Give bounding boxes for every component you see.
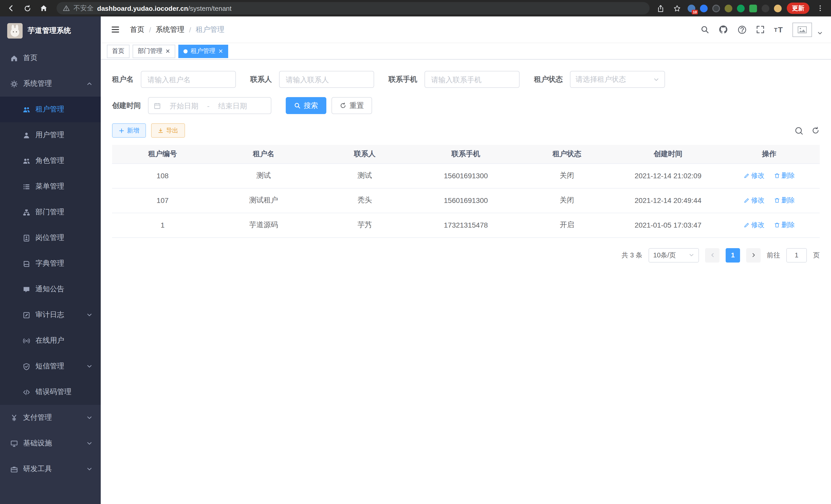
extension-icon[interactable] bbox=[762, 4, 769, 12]
extension-icon[interactable]: 10 bbox=[688, 4, 695, 12]
monitor-icon bbox=[10, 440, 18, 447]
signal-icon bbox=[23, 337, 30, 345]
delete-button[interactable]: 删除 bbox=[774, 171, 795, 180]
button-label: 导出 bbox=[166, 126, 178, 135]
refresh-icon[interactable] bbox=[811, 126, 820, 135]
browser-update-button[interactable]: 更新 bbox=[787, 3, 809, 14]
page-size-select[interactable]: 10条/页 bbox=[649, 248, 699, 262]
delete-button[interactable]: 删除 bbox=[774, 196, 795, 205]
page-content: 租户名 联系人 联系手机 租户状态 请选择租户状态 bbox=[101, 60, 831, 504]
contact-input[interactable] bbox=[279, 71, 374, 88]
phone-input[interactable] bbox=[425, 71, 520, 88]
help-icon[interactable] bbox=[738, 25, 747, 34]
fullscreen-icon[interactable] bbox=[756, 25, 765, 34]
extension-icon[interactable] bbox=[737, 4, 745, 12]
browser-back-icon[interactable] bbox=[5, 3, 17, 14]
action-label: 删除 bbox=[781, 220, 795, 230]
end-date-input[interactable] bbox=[211, 101, 254, 110]
date-range-picker[interactable]: - bbox=[148, 97, 271, 114]
sidebar-item-dept[interactable]: 部门管理 bbox=[0, 199, 101, 225]
extension-icon[interactable] bbox=[712, 4, 720, 12]
edit-button[interactable]: 修改 bbox=[743, 171, 765, 180]
goto-page-input[interactable] bbox=[786, 248, 807, 262]
action-label: 删除 bbox=[781, 196, 795, 205]
sidebar-item-label: 角色管理 bbox=[35, 156, 64, 166]
tag-tabbar: 首页 部门管理 租户管理 bbox=[101, 43, 831, 60]
search-icon[interactable] bbox=[700, 25, 709, 34]
sidebar-item-dict[interactable]: 字典管理 bbox=[0, 251, 101, 276]
button-label: 搜索 bbox=[304, 101, 318, 110]
cell-contact: 测试 bbox=[314, 164, 415, 188]
tab-label: 部门管理 bbox=[138, 47, 163, 56]
app-title: 芋道管理系统 bbox=[28, 26, 71, 35]
export-button[interactable]: 导出 bbox=[151, 123, 185, 138]
font-size-icon[interactable]: TT bbox=[774, 25, 783, 34]
start-date-input[interactable] bbox=[163, 101, 205, 110]
toggle-search-icon[interactable] bbox=[795, 126, 803, 135]
chevron-down-icon[interactable] bbox=[817, 30, 823, 36]
book-icon bbox=[23, 260, 30, 267]
status-select[interactable]: 请选择租户状态 bbox=[570, 71, 665, 88]
add-button[interactable]: 新增 bbox=[112, 123, 146, 138]
sidebar-item-system[interactable]: 系统管理 bbox=[0, 71, 101, 97]
sidebar-item-home[interactable]: 首页 bbox=[0, 45, 101, 71]
page-number-button[interactable]: 1 bbox=[726, 248, 740, 262]
github-icon[interactable] bbox=[718, 25, 728, 34]
sidebar-item-user[interactable]: 用户管理 bbox=[0, 122, 101, 148]
address-bar[interactable]: 不安全 dashboard.yudao.iocoder.cn/system/te… bbox=[57, 2, 650, 14]
sidebar-item-role[interactable]: 角色管理 bbox=[0, 148, 101, 174]
browser-home-icon[interactable] bbox=[38, 3, 49, 14]
delete-button[interactable]: 删除 bbox=[774, 220, 795, 230]
profile-avatar-icon[interactable] bbox=[774, 4, 782, 12]
prev-page-button[interactable] bbox=[705, 248, 719, 262]
extension-icon[interactable] bbox=[700, 4, 708, 12]
filter-tenant-name: 租户名 bbox=[112, 71, 236, 88]
avatar[interactable] bbox=[793, 22, 812, 37]
app-header: 首页 / 系统管理 / 租户管理 bbox=[101, 17, 831, 43]
breadcrumb-item[interactable]: 首页 bbox=[130, 25, 144, 34]
sidebar-item-infra[interactable]: 基础设施 bbox=[0, 431, 101, 456]
close-icon[interactable] bbox=[166, 49, 170, 53]
sidebar-menu: 首页 系统管理 租户管理 用户管理 bbox=[0, 45, 101, 504]
share-icon[interactable] bbox=[655, 3, 666, 14]
gear-icon bbox=[10, 80, 18, 88]
table-row: 108 测试 测试 15601691300 关闭 2021-12-14 21:0… bbox=[112, 164, 820, 188]
pagination: 共 3 条 10条/页 1 前往 页 bbox=[112, 248, 820, 262]
collapse-sidebar-icon[interactable] bbox=[109, 23, 122, 36]
extension-icon[interactable] bbox=[725, 4, 732, 12]
sidebar-item-menu[interactable]: 菜单管理 bbox=[0, 174, 101, 199]
browser-menu-icon[interactable] bbox=[814, 3, 826, 14]
sidebar-item-post[interactable]: 岗位管理 bbox=[0, 225, 101, 251]
bookmark-star-icon[interactable] bbox=[671, 3, 683, 14]
search-button[interactable]: 搜索 bbox=[286, 97, 326, 114]
sidebar-item-online-user[interactable]: 在线用户 bbox=[0, 328, 101, 353]
tenant-name-input[interactable] bbox=[141, 71, 236, 88]
code-icon bbox=[23, 388, 30, 396]
tab-home[interactable]: 首页 bbox=[107, 45, 130, 58]
logo[interactable]: 芋道管理系统 bbox=[0, 17, 101, 45]
sidebar-item-tenant[interactable]: 租户管理 bbox=[0, 97, 101, 122]
sidebar-item-devtools[interactable]: 研发工具 bbox=[0, 456, 101, 482]
action-label: 删除 bbox=[781, 171, 795, 180]
tab-tenant[interactable]: 租户管理 bbox=[178, 45, 228, 58]
sidebar-item-notice[interactable]: 通知公告 bbox=[0, 276, 101, 302]
cell-status: 开启 bbox=[516, 213, 618, 237]
edit-button[interactable]: 修改 bbox=[743, 196, 765, 205]
sidebar-item-error-code[interactable]: 错误码管理 bbox=[0, 379, 101, 405]
table-row: 1 芋道源码 芋艿 17321315478 开启 2021-01-05 17:0… bbox=[112, 213, 820, 237]
download-icon bbox=[158, 128, 164, 133]
next-page-button[interactable] bbox=[746, 248, 761, 262]
chevron-down-icon bbox=[86, 415, 92, 421]
breadcrumb-item[interactable]: 系统管理 bbox=[156, 25, 184, 34]
browser-reload-icon[interactable] bbox=[22, 3, 33, 14]
sidebar-item-payment[interactable]: 支付管理 bbox=[0, 405, 101, 431]
close-icon[interactable] bbox=[219, 49, 223, 53]
edit-button[interactable]: 修改 bbox=[743, 220, 765, 230]
sidebar-item-label: 首页 bbox=[23, 53, 37, 63]
sidebar-item-sms[interactable]: 短信管理 bbox=[0, 353, 101, 379]
table-toolbar: 新增 导出 bbox=[112, 123, 820, 138]
extension-icon[interactable] bbox=[749, 4, 757, 12]
tab-dept[interactable]: 部门管理 bbox=[133, 45, 175, 58]
sidebar-item-audit-log[interactable]: 审计日志 bbox=[0, 302, 101, 328]
reset-button[interactable]: 重置 bbox=[332, 97, 372, 114]
